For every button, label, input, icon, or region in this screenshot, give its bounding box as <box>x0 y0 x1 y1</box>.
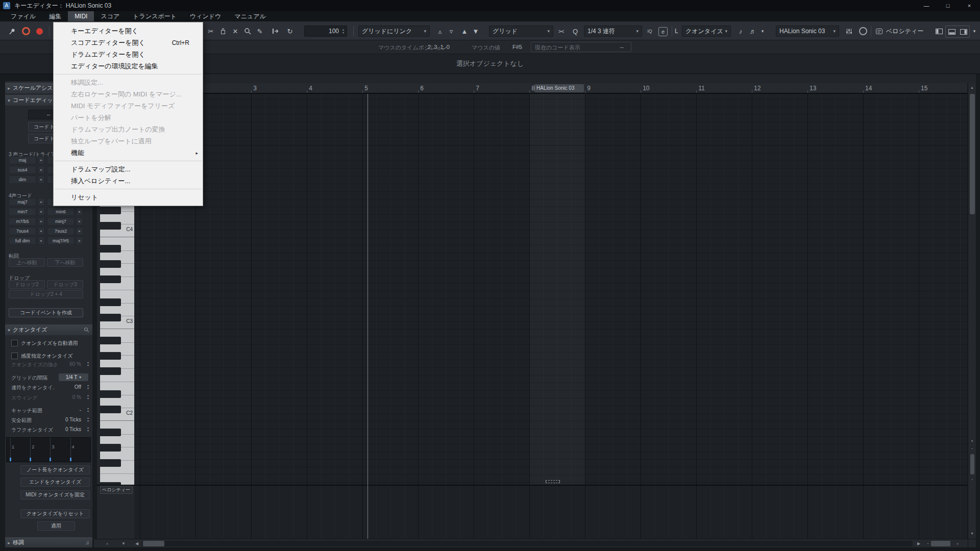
color-wheel-icon[interactable] <box>857 26 869 37</box>
chord-variant-arrow-button[interactable]: ▸ <box>38 166 45 174</box>
menu-item[interactable]: 挿入ベロシティー... <box>54 175 203 187</box>
event-colors-dropdown[interactable]: ベロシティー <box>886 26 923 37</box>
vzoom-slider[interactable] <box>970 454 974 474</box>
open-quantize-panel-button[interactable]: e <box>658 27 668 36</box>
chord-variant-arrow-button[interactable]: ▸ <box>38 198 45 206</box>
hzoom-slider[interactable] <box>931 541 950 546</box>
move-up-button[interactable]: 上へ移動 <box>9 258 45 267</box>
hscroll-track[interactable] <box>142 541 913 546</box>
iterative-quantize-button[interactable]: iQ <box>644 26 655 37</box>
draw-tool[interactable]: ✎ <box>254 26 265 37</box>
menu-item[interactable]: リセット <box>54 191 203 203</box>
nudge-down-button[interactable]: ▿ <box>446 26 456 37</box>
menu-item[interactable]: ドラムエディターを開く <box>54 48 203 60</box>
chord-variant-arrow-button[interactable]: ▸ <box>76 217 83 226</box>
chord-type-button[interactable]: full dim <box>9 237 36 245</box>
drop2-button[interactable]: ドロップ2 <box>9 280 45 289</box>
mute-tool[interactable]: ✕ <box>230 26 241 37</box>
grid-spacing-dropdown[interactable]: 1/4 T▾ <box>59 373 88 381</box>
black-key[interactable] <box>100 352 121 360</box>
insert-velocity-field[interactable]: 100 ▴▾ <box>304 26 347 37</box>
chord-type-button[interactable]: minj7 <box>47 217 75 226</box>
solo-editor-button[interactable] <box>20 26 32 37</box>
black-key[interactable] <box>100 429 121 436</box>
controller-lane-divider[interactable] <box>134 485 967 486</box>
black-key[interactable] <box>100 207 121 214</box>
menu-item[interactable]: ドラムマップ設定... <box>54 163 203 175</box>
quantize-action-button[interactable]: ノート長をクオンタイズ <box>20 465 90 474</box>
step-input-button[interactable]: ♪ <box>735 26 746 37</box>
velocity-stepper[interactable]: ▴▾ <box>342 28 344 34</box>
chord-type-button[interactable]: maj7/#5 <box>47 237 75 245</box>
chord-type-button[interactable]: min7 <box>9 208 36 216</box>
close-button[interactable]: × <box>959 0 980 11</box>
move-down-button[interactable]: 下へ移動 <box>47 258 83 267</box>
quantize-preset-dropdown[interactable]: 1/4 3 連符▾ <box>584 26 642 37</box>
chord-variant-arrow-button[interactable]: ▸ <box>38 176 45 184</box>
section-quantize[interactable]: ▾クオンタイズ <box>5 324 92 335</box>
scroll-right-arrow[interactable]: ▶ <box>915 540 923 547</box>
quantize-action-button[interactable]: MIDI クオンタイズを固定 <box>20 490 90 499</box>
black-key[interactable] <box>100 337 121 344</box>
piano-octave[interactable]: C2 <box>100 329 134 421</box>
menu-item[interactable]: 機能▸ <box>54 147 203 159</box>
chord-variant-arrow-button[interactable]: ▸ <box>38 237 45 245</box>
scroll-up-arrow[interactable]: ▲ <box>968 84 976 91</box>
chord-variant-arrow-button[interactable]: ▸ <box>76 237 83 245</box>
black-key[interactable] <box>100 390 121 398</box>
menubar-item[interactable]: スコア <box>94 11 126 21</box>
black-key[interactable] <box>100 222 121 230</box>
maximize-button[interactable]: □ <box>937 0 959 11</box>
black-key[interactable] <box>100 444 121 452</box>
menu-item[interactable]: キーエディターを開く <box>54 25 203 37</box>
grid-type-dropdown[interactable]: グリッド▾ <box>489 26 553 37</box>
menubar-item[interactable]: 編集 <box>42 11 68 21</box>
drop3-button[interactable]: ドロップ3 <box>47 280 83 289</box>
add-controller-lane-button[interactable]: ＋ <box>103 540 111 547</box>
chord-variant-arrow-button[interactable]: ▸ <box>38 227 45 235</box>
menubar-item[interactable]: マニュアル <box>228 11 272 21</box>
black-key[interactable] <box>100 459 121 467</box>
drop2-4-button[interactable]: ドロップ2 + 4 <box>9 290 83 298</box>
value-stepper[interactable]: ▴▾ <box>87 394 89 400</box>
glue-tool[interactable] <box>217 26 229 37</box>
menubar-item[interactable]: ウィンドウ <box>183 11 228 21</box>
midi-input-button[interactable]: ♬ <box>747 26 758 37</box>
black-key[interactable] <box>100 406 121 413</box>
chord-variant-arrow-button[interactable]: ▸ <box>38 208 45 216</box>
chord-type-button[interactable]: 7sus2 <box>47 227 75 235</box>
chord-type-button[interactable]: sus4 <box>9 166 36 174</box>
vzoom-in-button[interactable]: ＋ <box>968 476 976 483</box>
menubar-item[interactable]: トランスポート <box>126 11 183 21</box>
menubar-item[interactable]: MIDI <box>68 11 94 21</box>
apply-quantize-button[interactable]: 適用 <box>37 521 75 531</box>
quantize-action-button[interactable]: エンドをクオンタイズ <box>20 478 90 487</box>
piano-octave[interactable]: C1 <box>100 421 134 485</box>
menu-item[interactable]: エディターの環境設定を編集 <box>54 60 203 72</box>
chord-type-button[interactable]: m7/b5 <box>9 217 36 226</box>
toolbar-setup-arrow[interactable]: ▾ <box>971 26 978 37</box>
value-stepper[interactable]: ▴▾ <box>87 416 89 422</box>
pin-editor-icon[interactable] <box>6 26 17 37</box>
chord-variant-arrow-button[interactable]: ▸ <box>76 227 83 235</box>
value-stepper[interactable]: ▴▾ <box>87 361 89 367</box>
scroll-down-arrow[interactable]: ▼ <box>968 530 976 537</box>
value-stepper[interactable]: ▴▾ <box>87 426 89 432</box>
lower-zone-toggle-icon[interactable] <box>948 29 955 35</box>
lane-handle-marker[interactable] <box>546 480 560 483</box>
section-transpose[interactable]: ▸移調♫ <box>5 537 92 548</box>
lane-presets-arrow[interactable]: ▼ <box>119 540 128 547</box>
scroll-left-arrow[interactable]: ◀ <box>133 540 141 547</box>
chord-type-button[interactable]: 7sus4 <box>9 227 36 235</box>
vzoom-preset-button[interactable]: ● <box>968 437 976 444</box>
chord-variant-arrow-button[interactable]: ▸ <box>38 217 45 226</box>
snap-toggle-button[interactable]: >< <box>555 26 567 37</box>
checkbox[interactable] <box>11 353 18 359</box>
chord-type-button[interactable]: maj <box>9 156 36 164</box>
checkbox[interactable] <box>11 340 18 346</box>
menu-item[interactable]: スコアエディターを開くCtrl+R <box>54 37 203 48</box>
create-chord-event-button[interactable]: コードイベントを作成 <box>9 308 83 317</box>
part-label[interactable]: HALion Sonic 03 <box>534 84 584 92</box>
value-stepper[interactable]: ▴▾ <box>87 407 89 413</box>
reset-quantize-button[interactable]: クオンタイズをリセット <box>20 509 90 518</box>
